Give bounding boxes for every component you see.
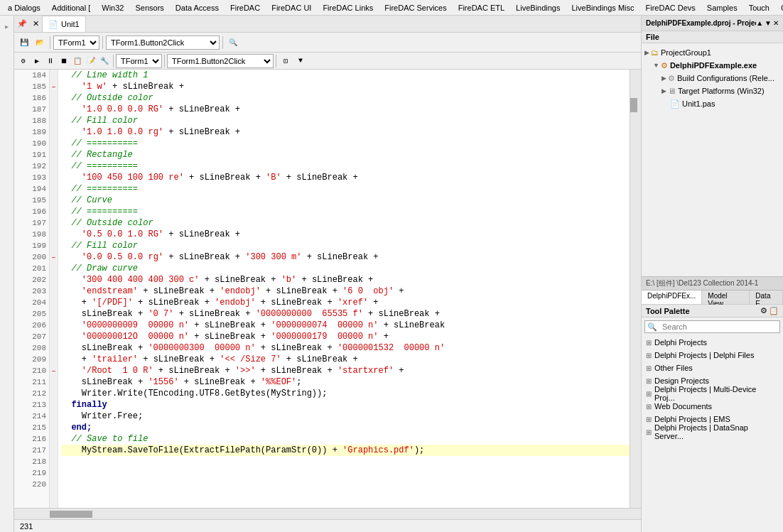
toolbar-open-btn[interactable]: 📂	[33, 36, 47, 50]
palette-multi-device[interactable]: ⊞ Delphi Projects | Multi-Device Proj...	[642, 387, 783, 400]
ln-218: 218	[14, 456, 49, 467]
tb2-btn5[interactable]: 📋	[71, 55, 84, 67]
menu-firedac-ui[interactable]: FireDAC UI	[266, 1, 316, 14]
menu-sensors[interactable]: Sensors	[130, 1, 168, 14]
ln-184: 184	[14, 70, 49, 81]
gutter-213	[50, 399, 58, 411]
menu-livebindings[interactable]: LiveBindings	[511, 1, 565, 14]
tb2-btn3[interactable]: ⏸	[44, 55, 57, 67]
tree-unit1[interactable]: 📄 Unit1.pas	[642, 97, 783, 110]
ln-187: 187	[14, 104, 49, 115]
file-section-label: File	[642, 31, 783, 43]
tb2-btn1[interactable]: ⚙	[17, 55, 30, 67]
tb2-form-selector[interactable]: TForm1	[116, 54, 162, 68]
tb2-nav-btn[interactable]: ⊡	[279, 54, 293, 68]
gutter-192	[50, 161, 58, 172]
menu-additional[interactable]: Additional [	[47, 1, 95, 14]
ln-215: 215	[14, 422, 49, 433]
gutter-211	[50, 376, 58, 388]
code-line-213: finally	[61, 399, 630, 411]
code-content[interactable]: // Line width 1 '1 w' + sLineBreak + // …	[58, 70, 630, 508]
horizontal-scrollbar[interactable]	[14, 508, 641, 519]
panel-float-btn[interactable]: ▼	[765, 19, 772, 27]
left-indicator: ◀	[4, 24, 10, 31]
vertical-scrollbar[interactable]	[630, 70, 641, 508]
menu-gestures[interactable]: Gestures	[776, 1, 783, 14]
palette-datasnap[interactable]: ⊞ Delphi Projects | DataSnap Server...	[642, 425, 783, 438]
method-selector[interactable]: TForm1.Button2Click	[106, 36, 220, 50]
tab-close-button[interactable]: ✕	[30, 18, 42, 30]
palette-delphi-projects[interactable]: ⊞ Delphi Projects	[642, 336, 783, 349]
tool-search-box[interactable]: 🔍	[644, 320, 780, 333]
toolbar-sep2	[102, 36, 103, 49]
palette-delphi-files[interactable]: ⊞ Delphi Projects | Delphi Files	[642, 349, 783, 362]
code-line-205: sLineBreak + '0 7' + sLineBreak + '00000…	[61, 308, 630, 320]
tb2-nav-btn2[interactable]: ▼	[293, 54, 308, 68]
toolbar-save-btn[interactable]: 💾	[17, 36, 31, 50]
delphi-files-expand: ⊞	[646, 352, 652, 359]
tree-target-platforms[interactable]: ▶ 🖥 Target Platforms (Win32)	[642, 85, 783, 97]
tb2-btn7[interactable]: 🔧	[98, 55, 111, 67]
ems-expand: ⊞	[646, 416, 652, 423]
code-line-192: // ==========	[61, 161, 630, 172]
gutter-200: –	[50, 251, 58, 263]
project-tree: ▶ 🗂 ProjectGroup1 ▼ ⚙ DelphiPDFExample.e…	[642, 43, 783, 276]
tb2-method-selector[interactable]: TForm1.Button2Click	[167, 54, 274, 68]
menu-dialogs[interactable]: a Dialogs	[3, 1, 45, 14]
menu-firedac-services[interactable]: FireDAC Services	[379, 1, 451, 14]
menu-touch[interactable]: Touch	[744, 1, 774, 14]
tab-model-view[interactable]: Model View	[702, 291, 750, 304]
tb2-btn6[interactable]: 📝	[85, 55, 97, 67]
tab-data-e[interactable]: Data E	[750, 291, 783, 304]
search-btn[interactable]: 🔍	[226, 36, 240, 50]
code-line-214: Writer.Free;	[61, 411, 630, 422]
line-numbers: 184 185 186 187 188 189 190 191 192 193 …	[14, 70, 50, 508]
tab-delphi-pdf[interactable]: DelphiPDFEx...	[642, 291, 702, 304]
menu-win32[interactable]: Win32	[97, 1, 129, 14]
toolbar1: 💾 📂 TForm1 TForm1.Button2Click 🔍	[14, 33, 641, 53]
ln-220: 220	[14, 479, 49, 490]
design-projects-label: Design Projects	[654, 376, 709, 385]
palette-other-files[interactable]: ⊞ Other Files	[642, 362, 783, 374]
gutter-186	[50, 92, 58, 104]
other-files-expand: ⊞	[646, 364, 652, 372]
tb2-btn2[interactable]: ▶	[31, 55, 43, 67]
tool-palette-btn1[interactable]: ⚙	[760, 306, 767, 315]
panel-minimize-btn[interactable]: ▲	[756, 19, 763, 27]
tb2-btn4[interactable]: ⏹	[58, 55, 70, 67]
tool-palette-btn2[interactable]: 📋	[769, 306, 779, 315]
ln-196: 196	[14, 206, 49, 217]
menu-firedac-links[interactable]: FireDAC Links	[318, 1, 378, 14]
tab-pin-button[interactable]: 📌	[14, 18, 30, 30]
code-line-211: sLineBreak + '1556' + sLineBreak + '%%EO…	[61, 376, 630, 388]
gutter-212	[50, 388, 58, 399]
gutter-220	[50, 479, 58, 490]
menu-firedac[interactable]: FireDAC	[225, 1, 265, 14]
form-selector[interactable]: TForm1	[53, 36, 99, 50]
code-line-186: // Outside color	[61, 92, 630, 104]
ln-195: 195	[14, 195, 49, 206]
gutter-202	[50, 274, 58, 286]
menu-firedac-etl[interactable]: FireDAC ETL	[453, 1, 509, 14]
gutter-196	[50, 206, 58, 217]
delphi-projects-expand: ⊞	[646, 339, 652, 347]
tree-build-config[interactable]: ▶ ⚙ Build Configurations (Rele...	[642, 72, 783, 85]
ln-188: 188	[14, 115, 49, 126]
tree-project-group[interactable]: ▶ 🗂 ProjectGroup1	[642, 46, 783, 59]
code-line-190: // ==========	[61, 138, 630, 149]
menu-samples[interactable]: Samples	[702, 1, 742, 14]
status-line: 231	[20, 522, 33, 531]
gutter-204	[50, 297, 58, 308]
ln-204: 204	[14, 297, 49, 308]
code-line-209: + 'trailer' + sLineBreak + '<< /Size 7' …	[61, 354, 630, 365]
datasnap-expand: ⊞	[646, 428, 652, 436]
menu-data-access[interactable]: Data Access	[171, 1, 224, 14]
gutter-207	[50, 331, 58, 342]
tool-search-input[interactable]	[659, 322, 779, 331]
ln-219: 219	[14, 467, 49, 479]
menu-livebindings-misc[interactable]: LiveBindings Misc	[566, 1, 639, 14]
tree-delphi-exe[interactable]: ▼ ⚙ DelphiPDFExample.exe	[642, 59, 783, 72]
unit1-tab[interactable]: 📄 Unit1	[42, 16, 86, 32]
panel-close-btn[interactable]: ✕	[773, 19, 779, 27]
menu-firedac-devs[interactable]: FireDAC Devs	[641, 1, 701, 14]
